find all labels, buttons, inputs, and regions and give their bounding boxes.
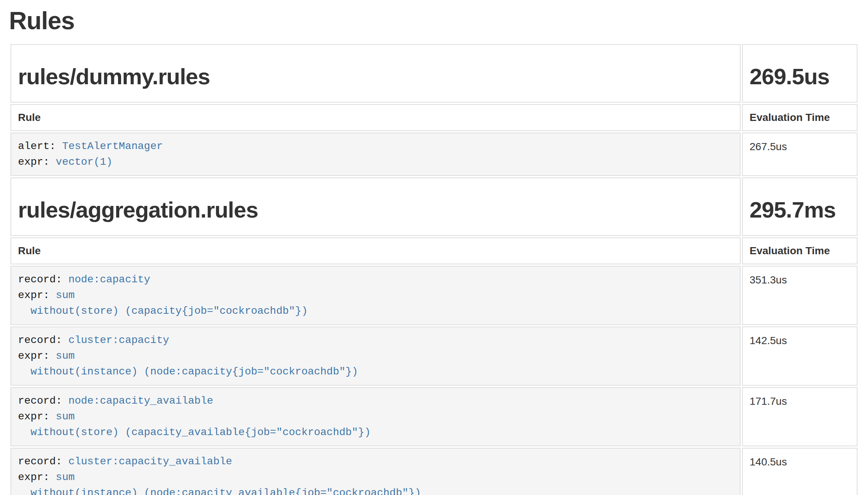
rule-definition: record: node:capacity expr: sum without(… bbox=[10, 266, 741, 325]
rule-row: record: cluster:capacity_available expr:… bbox=[10, 448, 858, 495]
rule-expression-link[interactable]: sum without(store) (capacity_available{j… bbox=[18, 411, 371, 438]
rule-definition: record: node:capacity_available expr: su… bbox=[10, 387, 741, 446]
rule-keyword: expr: bbox=[18, 156, 49, 168]
group-header-row: rules/aggregation.rules295.7ms bbox=[10, 177, 858, 236]
group-name-cell: rules/aggregation.rules bbox=[10, 177, 741, 236]
rule-row: record: node:capacity expr: sum without(… bbox=[10, 266, 858, 325]
rule-definition: record: cluster:capacity_available expr:… bbox=[10, 448, 741, 495]
rule-expression-link[interactable]: cluster:capacity bbox=[68, 334, 169, 346]
rule-keyword: expr: bbox=[18, 289, 49, 301]
rule-evaluation-time: 267.5us bbox=[742, 133, 858, 176]
rule-definition: record: cluster:capacity expr: sum witho… bbox=[10, 327, 741, 386]
rule-expression-link[interactable]: node:capacity_available bbox=[68, 395, 213, 407]
column-header-row: RuleEvaluation Time bbox=[10, 237, 858, 264]
rule-keyword: record: bbox=[18, 334, 62, 346]
group-time-cell: 295.7ms bbox=[742, 177, 858, 236]
column-header-rule: Rule bbox=[10, 237, 741, 264]
group-time-cell: 269.5us bbox=[742, 44, 858, 103]
rule-definition: alert: TestAlertManager expr: vector(1) bbox=[10, 133, 741, 176]
rule-expression-link[interactable]: sum without(instance) (node:capacity_ava… bbox=[18, 471, 421, 495]
rule-expression-link[interactable]: cluster:capacity_available bbox=[68, 456, 232, 467]
column-header-evaluation-time: Evaluation Time bbox=[742, 237, 858, 264]
group-header-row: rules/dummy.rules269.5us bbox=[10, 44, 858, 103]
rule-group-name: rules/aggregation.rules bbox=[18, 198, 733, 222]
rule-expression-link[interactable]: TestAlertManager bbox=[62, 140, 163, 152]
rule-group-evaluation-time: 269.5us bbox=[750, 64, 850, 89]
rule-row: alert: TestAlertManager expr: vector(1)2… bbox=[10, 133, 858, 176]
column-header-rule: Rule bbox=[10, 104, 741, 131]
group-name-cell: rules/dummy.rules bbox=[10, 44, 741, 103]
rule-evaluation-time: 351.3us bbox=[742, 266, 858, 325]
rule-keyword: record: bbox=[18, 456, 62, 467]
rule-keyword: record: bbox=[18, 274, 62, 285]
column-header-evaluation-time: Evaluation Time bbox=[742, 104, 858, 131]
rule-row: record: cluster:capacity expr: sum witho… bbox=[10, 327, 858, 386]
rule-expression-link[interactable]: vector(1) bbox=[56, 156, 112, 168]
rules-table: rules/dummy.rules269.5usRuleEvaluation T… bbox=[9, 43, 859, 495]
rule-expression-link[interactable]: sum without(store) (capacity{job="cockro… bbox=[18, 289, 308, 317]
rule-keyword: record: bbox=[18, 395, 62, 407]
column-header-row: RuleEvaluation Time bbox=[10, 104, 858, 131]
rule-row: record: node:capacity_available expr: su… bbox=[10, 387, 858, 446]
rules-table-body: rules/dummy.rules269.5usRuleEvaluation T… bbox=[10, 44, 858, 495]
page-title: Rules bbox=[9, 8, 859, 33]
rules-page: Rules rules/dummy.rules269.5usRuleEvalua… bbox=[0, 8, 868, 495]
rule-keyword: alert: bbox=[18, 140, 56, 152]
rule-evaluation-time: 142.5us bbox=[742, 327, 858, 386]
rule-keyword: expr: bbox=[18, 350, 49, 362]
rule-keyword: expr: bbox=[18, 471, 49, 483]
rule-expression-link[interactable]: sum without(instance) (node:capacity{job… bbox=[18, 350, 358, 377]
rule-evaluation-time: 140.5us bbox=[742, 448, 858, 495]
rule-group-evaluation-time: 295.7ms bbox=[750, 198, 850, 222]
rule-evaluation-time: 171.7us bbox=[742, 387, 858, 446]
rule-expression-link[interactable]: node:capacity bbox=[68, 274, 150, 285]
rule-keyword: expr: bbox=[18, 411, 49, 422]
rule-group-name: rules/dummy.rules bbox=[18, 64, 733, 89]
